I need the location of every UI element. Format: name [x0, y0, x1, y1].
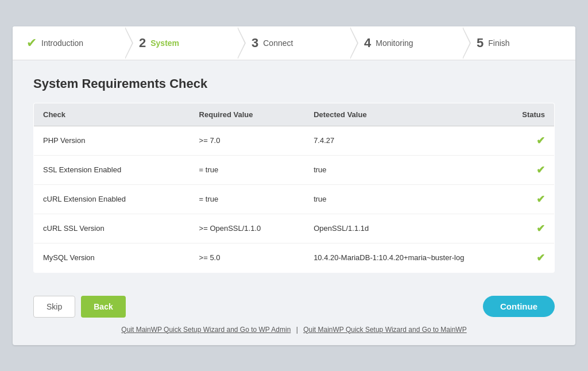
table-row: SSL Extension Enabled= truetrue✔: [34, 155, 555, 184]
col-header-required: Required Value: [190, 103, 305, 126]
cell-check: PHP Version: [34, 126, 190, 155]
check-icon: ✔: [26, 36, 37, 51]
cell-detected: OpenSSL/1.1.1d: [304, 214, 502, 243]
link-separator: |: [296, 326, 298, 334]
main-content: System Requirements Check Check Required…: [13, 60, 575, 284]
step-introduction[interactable]: ✔ Introduction: [13, 26, 125, 60]
cell-check: cURL Extension Enabled: [34, 184, 190, 214]
step-system-label: System: [150, 38, 179, 48]
cell-status: ✔: [502, 243, 555, 272]
step-monitoring-number: 4: [364, 36, 371, 51]
quit-to-mainwp-link[interactable]: Quit MainWP Quick Setup Wizard and Go to…: [303, 326, 467, 334]
col-header-check: Check: [34, 103, 190, 126]
step-system-number: 2: [139, 36, 146, 51]
cell-detected: 7.4.27: [304, 126, 502, 155]
cell-detected: true: [304, 155, 502, 184]
cell-detected: true: [304, 184, 502, 214]
step-connect-label: Connect: [263, 38, 293, 48]
cell-check: MySQL Version: [34, 243, 190, 272]
step-monitoring[interactable]: 4 Monitoring: [350, 26, 463, 60]
step-finish-label: Finish: [488, 38, 509, 48]
cell-check: cURL SSL Version: [34, 214, 190, 243]
cell-required: >= 7.0: [190, 126, 305, 155]
cell-required: = true: [190, 184, 305, 214]
requirements-table: Check Required Value Detected Value Stat…: [33, 103, 555, 273]
status-check-icon: ✔: [536, 252, 545, 264]
col-header-status: Status: [502, 103, 555, 126]
cell-status: ✔: [502, 214, 555, 243]
bottom-links: Quit MainWP Quick Setup Wizard and Go to…: [13, 318, 575, 334]
steps-bar: ✔ Introduction 2 System 3 Connect 4 Moni…: [13, 26, 575, 60]
cell-detected: 10.4.20-MariaDB-1:10.4.20+maria~buster-l…: [304, 243, 502, 272]
step-system[interactable]: 2 System: [125, 26, 238, 60]
back-button[interactable]: Back: [81, 296, 125, 318]
table-row: cURL SSL Version>= OpenSSL/1.1.0OpenSSL/…: [34, 214, 555, 243]
cell-status: ✔: [502, 155, 555, 184]
table-row: PHP Version>= 7.07.4.27✔: [34, 126, 555, 155]
skip-button[interactable]: Skip: [33, 296, 75, 318]
step-finish[interactable]: 5 Finish: [463, 26, 575, 60]
quit-to-wp-admin-link[interactable]: Quit MainWP Quick Setup Wizard and Go to…: [121, 326, 291, 334]
cell-check: SSL Extension Enabled: [34, 155, 190, 184]
step-introduction-label: Introduction: [41, 38, 83, 48]
cell-required: >= 5.0: [190, 243, 305, 272]
step-finish-number: 5: [477, 36, 483, 51]
step-connect[interactable]: 3 Connect: [238, 26, 350, 60]
col-header-detected: Detected Value: [304, 103, 502, 126]
wizard-container: ✔ Introduction 2 System 3 Connect 4 Moni…: [13, 26, 575, 345]
left-buttons: Skip Back: [33, 296, 126, 318]
status-check-icon: ✔: [536, 194, 545, 205]
cell-required: = true: [190, 155, 305, 184]
continue-button[interactable]: Continue: [483, 296, 555, 317]
status-check-icon: ✔: [536, 164, 545, 176]
step-connect-number: 3: [252, 36, 258, 51]
status-check-icon: ✔: [536, 223, 545, 234]
step-monitoring-label: Monitoring: [376, 38, 413, 48]
status-check-icon: ✔: [536, 135, 545, 146]
table-row: cURL Extension Enabled= truetrue✔: [34, 184, 555, 214]
table-row: MySQL Version>= 5.010.4.20-MariaDB-1:10.…: [34, 243, 555, 272]
cell-required: >= OpenSSL/1.1.0: [190, 214, 305, 243]
cell-status: ✔: [502, 184, 555, 214]
cell-status: ✔: [502, 126, 555, 155]
footer-buttons: Skip Back Continue: [13, 284, 575, 318]
section-title: System Requirements Check: [33, 76, 555, 91]
